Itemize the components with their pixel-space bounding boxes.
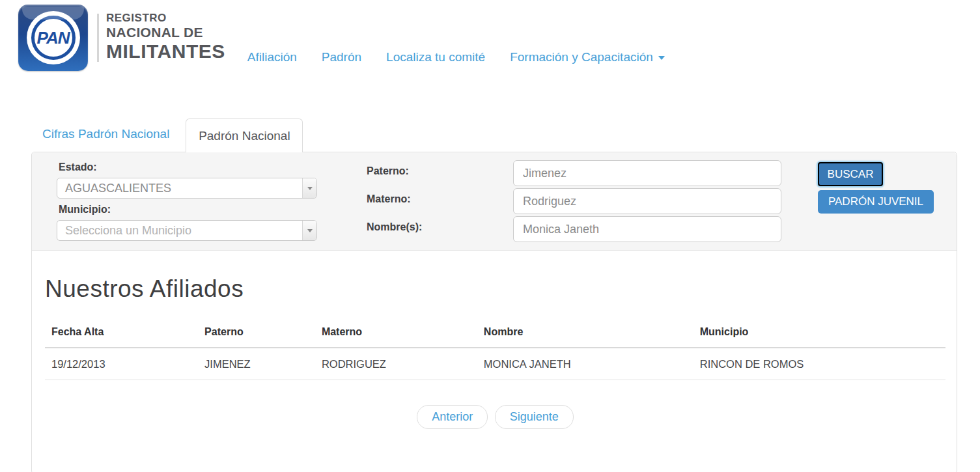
content-panel: Estado: AGUASCALIENTES Municipio: Selecc…: [31, 152, 957, 472]
tab-padron-nacional[interactable]: Padrón Nacional: [186, 118, 303, 152]
municipio-dropdown-arrow-icon[interactable]: [302, 221, 316, 240]
brand-divider: [97, 14, 99, 62]
column-header-nombre: Nombre: [477, 322, 693, 348]
brand-title: REGISTRO NACIONAL DE MILITANTES: [106, 11, 225, 62]
app-header: PAN REGISTRO NACIONAL DE MILITANTES Afil…: [0, 0, 980, 78]
pagination: Anterior Siguiente: [45, 405, 945, 429]
nombre-label: Nombre(s):: [367, 216, 513, 242]
tab-cifras-padron-nacional[interactable]: Cifras Padrón Nacional: [42, 127, 186, 141]
cell-materno: RODRIGUEZ: [315, 348, 477, 380]
column-header-materno: Materno: [315, 322, 477, 348]
brand-title-line-3: MILITANTES: [106, 40, 225, 62]
nav-item-afiliacion[interactable]: Afiliación: [247, 50, 297, 64]
anterior-button[interactable]: Anterior: [417, 405, 488, 429]
cell-municipio: RINCON DE ROMOS: [693, 348, 945, 380]
nav-item-formacion-y-capacitacion[interactable]: Formación y Capacitación: [510, 50, 665, 64]
main-content: Cifras Padrón Nacional Padrón Nacional E…: [0, 118, 980, 472]
materno-field-row: Materno:: [365, 188, 781, 214]
paterno-label: Paterno:: [367, 160, 513, 186]
column-header-fecha-alta: Fecha Alta: [45, 322, 198, 348]
estado-select-value: AGUASCALIENTES: [57, 178, 302, 198]
siguiente-button[interactable]: Siguiente: [495, 405, 574, 429]
municipio-select[interactable]: Selecciona un Municipio: [57, 220, 317, 241]
paterno-input[interactable]: [513, 160, 781, 186]
cell-paterno: JIMENEZ: [198, 348, 315, 380]
nav-item-padron[interactable]: Padrón: [322, 50, 361, 64]
location-filters-column: Estado: AGUASCALIENTES Municipio: Selecc…: [57, 160, 317, 250]
affiliates-table: Fecha Alta Paterno Materno Nombre Munici…: [45, 322, 945, 380]
brand-title-line-2: NACIONAL DE: [106, 25, 225, 40]
column-header-municipio: Municipio: [693, 322, 945, 348]
name-filters-column: Paterno: Materno: Nombre(s):: [365, 160, 781, 250]
tabs-row: Cifras Padrón Nacional Padrón Nacional: [31, 118, 980, 152]
results-heading: Nuestros Afiliados: [45, 275, 945, 303]
estado-label: Estado:: [59, 161, 317, 173]
estado-select[interactable]: AGUASCALIENTES: [57, 178, 317, 199]
materno-label: Materno:: [367, 188, 513, 214]
main-nav: Afiliación Padrón Localiza tu comité For…: [247, 5, 665, 64]
pan-logo-text: PAN: [37, 28, 70, 48]
table-header-row: Fecha Alta Paterno Materno Nombre Munici…: [45, 322, 945, 348]
column-header-paterno: Paterno: [198, 322, 315, 348]
pan-logo-ring: PAN: [31, 16, 76, 60]
cell-fecha-alta: 19/12/2013: [45, 348, 198, 380]
pan-logo-circle: PAN: [27, 11, 80, 64]
search-form-panel: Estado: AGUASCALIENTES Municipio: Selecc…: [32, 152, 957, 251]
municipio-label: Municipio:: [59, 204, 317, 215]
padron-juvenil-button[interactable]: PADRÓN JUVENIL: [818, 190, 934, 214]
pan-logo[interactable]: PAN: [18, 5, 88, 71]
cell-nombre: MONICA JANETH: [477, 348, 693, 380]
table-row: 19/12/2013 JIMENEZ RODRIGUEZ MONICA JANE…: [45, 348, 945, 380]
nombre-field-row: Nombre(s):: [365, 216, 781, 242]
buscar-button[interactable]: BUSCAR: [818, 162, 883, 186]
municipio-select-placeholder: Selecciona un Municipio: [57, 221, 302, 240]
caret-down-icon: [658, 56, 665, 60]
paterno-field-row: Paterno:: [365, 160, 781, 186]
materno-input[interactable]: [513, 188, 781, 214]
nav-item-formacion-label: Formación y Capacitación: [510, 50, 653, 64]
estado-dropdown-arrow-icon[interactable]: [302, 178, 316, 198]
nav-item-localiza-tu-comite[interactable]: Localiza tu comité: [386, 50, 485, 64]
nombre-input[interactable]: [513, 216, 781, 242]
results-section: Nuestros Afiliados Fecha Alta Paterno Ma…: [32, 275, 957, 429]
actions-column: BUSCAR PADRÓN JUVENIL: [818, 160, 934, 250]
brand-title-line-1: REGISTRO: [106, 11, 225, 25]
